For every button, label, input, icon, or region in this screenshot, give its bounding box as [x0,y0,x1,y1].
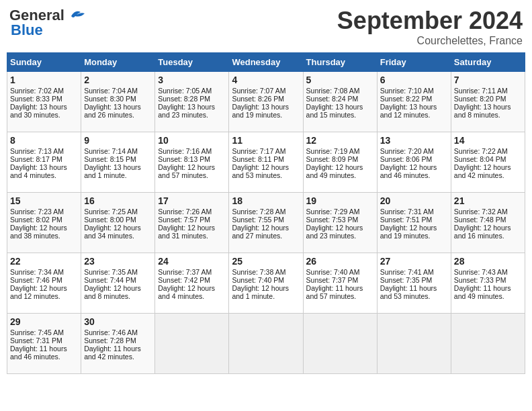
cell-text: Daylight: 12 hours [10,284,78,292]
calendar-cell: 18Sunrise: 7:28 AMSunset: 7:55 PMDayligh… [229,193,303,253]
cell-text: and 46 minutes. [380,171,448,179]
day-number: 16 [84,195,152,206]
cell-text: Daylight: 12 hours [454,224,522,232]
cell-text: and 38 minutes. [10,232,78,240]
calendar-cell: 22Sunrise: 7:34 AMSunset: 7:46 PMDayligh… [7,253,81,314]
cell-text: Sunset: 8:15 PM [84,155,152,163]
cell-text: Sunrise: 7:41 AM [380,268,448,276]
day-header-friday: Friday [377,53,451,72]
title-block: September 2024 Courchelettes, France [337,7,523,47]
cell-text: and 1 minute. [84,171,152,179]
cell-text: Sunrise: 7:04 AM [84,87,152,95]
cell-text: Sunrise: 7:38 AM [232,268,300,276]
calendar-cell: 25Sunrise: 7:38 AMSunset: 7:40 PMDayligh… [229,253,303,314]
cell-text: Sunset: 7:40 PM [232,276,300,284]
calendar-cell: 10Sunrise: 7:16 AMSunset: 8:13 PMDayligh… [155,132,229,193]
calendar-cell: 21Sunrise: 7:32 AMSunset: 7:48 PMDayligh… [451,193,525,253]
cell-text: and 46 minutes. [10,353,78,361]
cell-text: Sunrise: 7:34 AM [10,268,78,276]
cell-text: Sunset: 8:09 PM [306,155,374,163]
cell-text: Sunset: 7:28 PM [84,336,152,345]
calendar-table: SundayMondayTuesdayWednesdayThursdayFrid… [7,52,525,374]
cell-text: Sunset: 8:13 PM [158,155,226,163]
cell-text: Daylight: 12 hours [454,163,522,171]
cell-text: Daylight: 12 hours [232,284,300,292]
cell-text: Daylight: 13 hours [10,163,78,171]
day-number: 18 [232,195,300,206]
day-number: 17 [158,195,226,206]
cell-text: Sunset: 8:24 PM [306,95,374,103]
day-number: 14 [454,135,522,146]
calendar-cell: 26Sunrise: 7:40 AMSunset: 7:37 PMDayligh… [303,253,377,314]
cell-text: Sunset: 8:33 PM [10,95,78,103]
cell-text: Sunrise: 7:40 AM [306,268,374,276]
cell-text: Sunset: 8:30 PM [84,95,152,103]
day-number: 4 [232,75,300,85]
day-number: 30 [84,316,152,327]
cell-text: Sunset: 7:33 PM [454,276,522,284]
calendar-cell: 3Sunrise: 7:05 AMSunset: 8:28 PMDaylight… [155,72,229,132]
cell-text: Sunrise: 7:07 AM [232,87,300,95]
cell-text: Daylight: 11 hours [454,284,522,292]
cell-text: Sunrise: 7:45 AM [10,328,78,336]
calendar-cell: 28Sunrise: 7:43 AMSunset: 7:33 PMDayligh… [451,253,525,314]
day-header-wednesday: Wednesday [229,53,303,72]
day-number: 1 [10,75,78,85]
logo: General Blue [9,7,86,39]
cell-text: Daylight: 12 hours [380,224,448,232]
calendar-cell: 11Sunrise: 7:17 AMSunset: 8:11 PMDayligh… [229,132,303,193]
calendar-cell: 5Sunrise: 7:08 AMSunset: 8:24 PMDaylight… [303,72,377,132]
cell-text: Sunrise: 7:14 AM [84,147,152,155]
cell-text: and 42 minutes. [84,353,152,361]
cell-text: and 49 minutes. [454,292,522,300]
day-number: 23 [84,256,152,267]
cell-text: and 19 minutes. [232,111,300,119]
cell-text: Sunrise: 7:29 AM [306,208,374,216]
location-title: Courchelettes, France [337,35,523,47]
calendar-week-4: 22Sunrise: 7:34 AMSunset: 7:46 PMDayligh… [7,253,525,314]
calendar-cell: 13Sunrise: 7:20 AMSunset: 8:06 PMDayligh… [377,132,451,193]
cell-text: Sunset: 8:04 PM [454,155,522,163]
cell-text: Sunrise: 7:26 AM [158,208,226,216]
cell-text: Sunset: 7:51 PM [380,216,448,224]
cell-text: Daylight: 11 hours [306,284,374,292]
cell-text: and 4 minutes. [10,171,78,179]
cell-text: and 15 minutes. [306,111,374,119]
cell-text: Sunset: 8:00 PM [84,216,152,224]
day-number: 22 [10,256,78,267]
cell-text: and 19 minutes. [380,232,448,240]
calendar-cell: 19Sunrise: 7:29 AMSunset: 7:53 PMDayligh… [303,193,377,253]
cell-text: Sunrise: 7:02 AM [10,87,78,95]
day-number: 6 [380,75,448,85]
cell-text: Sunset: 7:46 PM [10,276,78,284]
header: General Blue September 2024 Courchelette… [7,7,525,47]
cell-text: Sunrise: 7:20 AM [380,147,448,155]
cell-text: Daylight: 13 hours [454,103,522,111]
day-header-monday: Monday [81,53,155,72]
cell-text: Sunrise: 7:28 AM [232,208,300,216]
cell-text: and 8 minutes. [84,292,152,300]
cell-text: Daylight: 12 hours [232,224,300,232]
calendar-cell: 29Sunrise: 7:45 AMSunset: 7:31 PMDayligh… [7,314,81,374]
calendar-cell [155,314,229,374]
cell-text: Sunset: 7:57 PM [158,216,226,224]
cell-text: and 57 minutes. [306,292,374,300]
cell-text: Sunset: 7:31 PM [10,336,78,345]
cell-text: Sunrise: 7:22 AM [454,147,522,155]
cell-text: Sunset: 8:11 PM [232,155,300,163]
cell-text: and 8 minutes. [454,111,522,119]
cell-text: Sunset: 7:42 PM [158,276,226,284]
calendar-cell [303,314,377,374]
day-number: 13 [380,135,448,146]
cell-text: and 1 minute. [232,292,300,300]
cell-text: Sunrise: 7:37 AM [158,268,226,276]
day-number: 26 [306,256,374,267]
cell-text: Daylight: 11 hours [380,284,448,292]
calendar-cell: 4Sunrise: 7:07 AMSunset: 8:26 PMDaylight… [229,72,303,132]
logo-bird-icon [66,8,86,23]
cell-text: and 31 minutes. [158,232,226,240]
calendar-cell: 20Sunrise: 7:31 AMSunset: 7:51 PMDayligh… [377,193,451,253]
cell-text: and 53 minutes. [232,171,300,179]
day-header-saturday: Saturday [451,53,525,72]
calendar-cell [451,314,525,374]
